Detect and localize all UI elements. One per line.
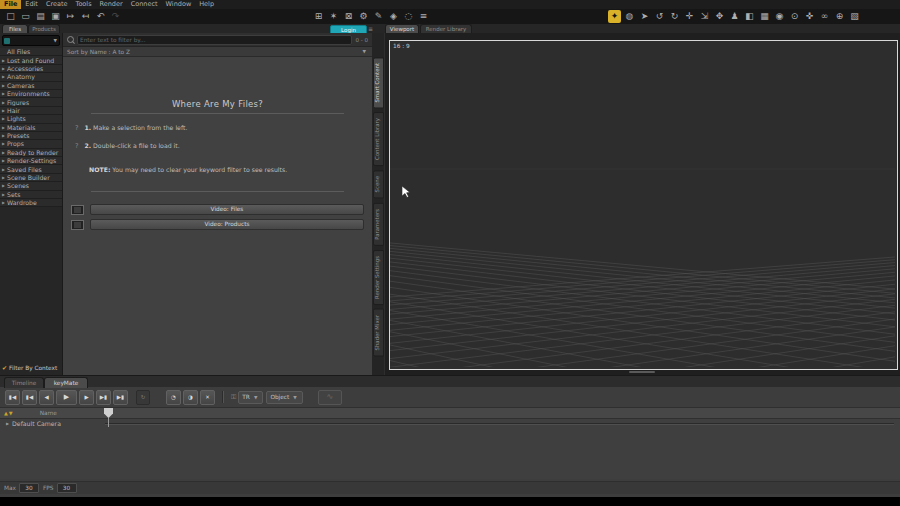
open-file-icon[interactable]: ▭ bbox=[19, 10, 32, 23]
export-icon[interactable]: ↤ bbox=[79, 10, 92, 23]
sidebar-item-presets[interactable]: ▶Presets bbox=[0, 132, 62, 140]
spot-render-icon[interactable]: ▦ bbox=[758, 10, 771, 23]
menu-window[interactable]: Window bbox=[162, 0, 196, 9]
pane-tab-smart-content[interactable]: Smart Content bbox=[373, 57, 384, 108]
menu-render[interactable]: Render bbox=[96, 0, 127, 9]
add-node-icon[interactable]: ⊞ bbox=[312, 10, 325, 23]
goto-end-button[interactable]: ▶▮ bbox=[113, 390, 128, 405]
menu-file[interactable]: File bbox=[0, 0, 21, 9]
lasso-select-icon[interactable]: ◌ bbox=[402, 10, 415, 23]
pane-tab-scene[interactable]: Scene bbox=[373, 170, 384, 198]
name-column-header[interactable]: Name bbox=[40, 410, 57, 416]
sort-order-icons[interactable]: ▲▼ bbox=[4, 410, 14, 416]
tag-icon[interactable]: ◈ bbox=[387, 10, 400, 23]
pane-tab-parameters[interactable]: Parameters bbox=[373, 203, 384, 246]
sidebar-item-anatomy[interactable]: ▶Anatomy bbox=[0, 73, 62, 81]
scene-globe-icon[interactable]: ◍ bbox=[623, 10, 636, 23]
sidebar-item-all-files[interactable]: All Files bbox=[0, 48, 62, 56]
spline-button[interactable]: ∿ bbox=[318, 390, 342, 405]
menu-tools[interactable]: Tools bbox=[72, 0, 96, 9]
active-pose-icon[interactable]: ✥ bbox=[713, 10, 726, 23]
smart-pose-icon[interactable]: ✶ bbox=[327, 10, 340, 23]
sidebar-item-lost-and-found[interactable]: ▶Lost and Found bbox=[0, 56, 62, 64]
create-key-button[interactable]: ◔ bbox=[166, 390, 181, 405]
snapshot-icon[interactable]: ▧ bbox=[848, 10, 861, 23]
gear-icon[interactable]: ⚙ bbox=[357, 10, 370, 23]
sort-bar[interactable]: Sort by Name : A to Z ▼ bbox=[63, 47, 372, 57]
figure-icon[interactable]: ♟ bbox=[728, 10, 741, 23]
sidebar-item-lights[interactable]: ▶Lights bbox=[0, 115, 62, 123]
link-icon[interactable]: ∞ bbox=[818, 10, 831, 23]
open-recent-icon[interactable]: ▤ bbox=[34, 10, 47, 23]
save-icon[interactable]: ▣ bbox=[49, 10, 62, 23]
video-files-button[interactable]: Video: Files bbox=[90, 204, 364, 215]
remove-node-icon[interactable]: ⊠ bbox=[342, 10, 355, 23]
max-frames-field[interactable]: 30 bbox=[19, 483, 39, 493]
node-select-icon[interactable]: ➤ bbox=[638, 10, 651, 23]
tab-timeline[interactable]: Timeline bbox=[4, 377, 44, 388]
next-key-button[interactable]: ▶▮ bbox=[96, 390, 111, 405]
play-button[interactable]: ▶ bbox=[56, 390, 77, 405]
pane-tab-shader-mixer[interactable]: Shader Mixer bbox=[373, 309, 384, 357]
sidebar-item-accessories[interactable]: ▶Accessories bbox=[0, 65, 62, 73]
sidebar-item-cameras[interactable]: ▶Cameras bbox=[0, 82, 62, 90]
loop-toggle-button[interactable]: ↻ bbox=[136, 390, 150, 405]
tab-keymate[interactable]: keyMate bbox=[44, 377, 88, 388]
import-icon[interactable]: ↦ bbox=[64, 10, 77, 23]
goto-start-button[interactable]: ▮◀ bbox=[5, 390, 20, 405]
expand-arrow-icon[interactable]: ▶ bbox=[6, 421, 9, 426]
rotate-cw-icon[interactable]: ↻ bbox=[668, 10, 681, 23]
scale-icon[interactable]: ⇲ bbox=[698, 10, 711, 23]
sidebar-item-render-settings[interactable]: ▶Render-Settings bbox=[0, 157, 62, 165]
undo-icon[interactable]: ↶ bbox=[94, 10, 107, 23]
playhead-marker[interactable] bbox=[104, 408, 113, 418]
translate-icon[interactable]: ✛ bbox=[683, 10, 696, 23]
key-type-dropdown[interactable]: TR ▼ bbox=[238, 391, 263, 404]
viewport-pane[interactable]: 16 : 9 bbox=[385, 33, 900, 375]
sidebar-item-scenes[interactable]: ▶Scenes bbox=[0, 182, 62, 190]
list-menu-icon[interactable]: ≡ bbox=[417, 10, 430, 23]
sidebar-item-hair[interactable]: ▶Hair bbox=[0, 107, 62, 115]
sidebar-item-props[interactable]: ▶Props bbox=[0, 140, 62, 148]
menu-help[interactable]: Help bbox=[195, 0, 218, 9]
sidebar-item-figures[interactable]: ▶Figures bbox=[0, 98, 62, 106]
category-filter-dropdown[interactable]: ▼ bbox=[2, 35, 60, 46]
fps-field[interactable]: 30 bbox=[57, 483, 77, 493]
frame-camera-icon[interactable]: ⊙ bbox=[788, 10, 801, 23]
sidebar-item-saved-files[interactable]: ▶Saved Files bbox=[0, 165, 62, 173]
camera-icon[interactable]: ◉ bbox=[773, 10, 786, 23]
menu-create[interactable]: Create bbox=[42, 0, 72, 9]
rotate-ccw-icon[interactable]: ↺ bbox=[653, 10, 666, 23]
step-back-button[interactable]: ◀ bbox=[39, 390, 54, 405]
sidebar-item-scene-builder[interactable]: ▶Scene Builder bbox=[0, 174, 62, 182]
pane-menu-icon[interactable]: ≡ bbox=[368, 25, 373, 32]
pane-tab-render-settings[interactable]: Render Settings bbox=[373, 250, 384, 305]
search-input[interactable] bbox=[77, 35, 352, 45]
timeline-track[interactable] bbox=[105, 423, 894, 425]
sidebar-item-environments[interactable]: ▶Environments bbox=[0, 90, 62, 98]
universal-tool-icon[interactable]: ✦ bbox=[608, 10, 621, 23]
viewport-scroll-handle[interactable] bbox=[629, 371, 655, 373]
sidebar-item-ready-to-render[interactable]: ▶Ready to Render bbox=[0, 149, 62, 157]
redo-icon[interactable]: ↷ bbox=[109, 10, 122, 23]
pane-tab-content-library[interactable]: Content Library bbox=[373, 112, 384, 166]
step-forward-button[interactable]: ▶ bbox=[79, 390, 94, 405]
video-products-button[interactable]: Video: Products bbox=[90, 219, 364, 230]
filter-by-context-checkbox[interactable]: ✔ Filter By Context bbox=[2, 364, 57, 371]
pen-tool-icon[interactable]: ✎ bbox=[372, 10, 385, 23]
sidebar-item-wardrobe[interactable]: ▶Wardrobe bbox=[0, 199, 62, 207]
aim-camera-icon[interactable]: ✜ bbox=[803, 10, 816, 23]
prev-key-button[interactable]: ▮◀ bbox=[22, 390, 37, 405]
clear-animation-button[interactable]: ✕ bbox=[200, 390, 215, 405]
sidebar-item-materials[interactable]: ▶Materials bbox=[0, 124, 62, 132]
sidebar-item-sets[interactable]: ▶Sets bbox=[0, 191, 62, 199]
chain-icon[interactable]: ⊕ bbox=[833, 10, 846, 23]
aspect-frame: 16 : 9 bbox=[389, 40, 898, 370]
menu-edit[interactable]: Edit bbox=[21, 0, 42, 9]
menu-connect[interactable]: Connect bbox=[127, 0, 162, 9]
scope-dropdown[interactable]: Object ▼ bbox=[266, 391, 302, 404]
delete-key-button[interactable]: ◑ bbox=[183, 390, 198, 405]
new-file-icon[interactable]: □ bbox=[4, 10, 17, 23]
surface-select-icon[interactable]: ◧ bbox=[743, 10, 756, 23]
help-icon: ? bbox=[75, 142, 78, 150]
